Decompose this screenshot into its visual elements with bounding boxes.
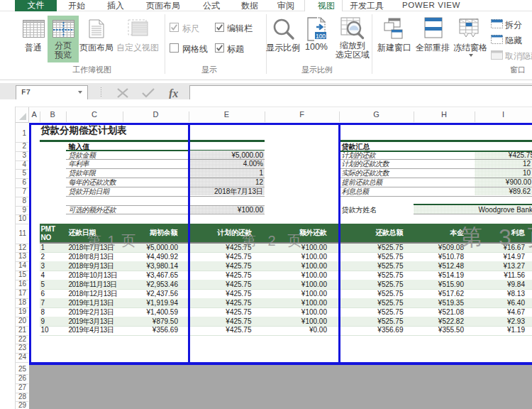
svg-text:100: 100 [316, 33, 326, 40]
svg-text:fx: fx [169, 87, 178, 99]
